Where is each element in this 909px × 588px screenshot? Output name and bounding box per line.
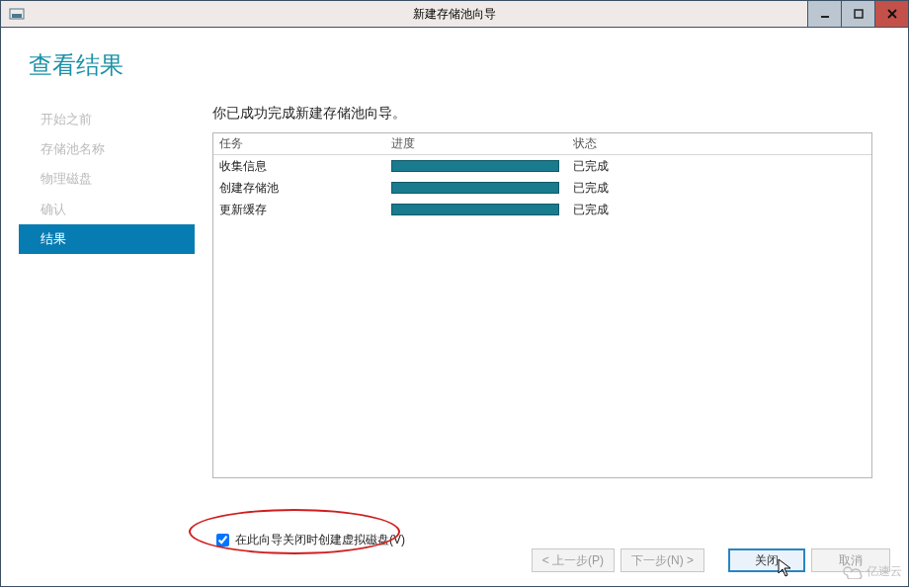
sidebar-item-result[interactable]: 结果	[19, 224, 195, 254]
app-icon	[9, 6, 25, 22]
col-header-status[interactable]: 状态	[569, 135, 871, 152]
completion-message: 你已成功完成新建存储池向导。	[212, 105, 872, 123]
sidebar-item-start: 开始之前	[19, 105, 195, 134]
sidebar-item-physdisk: 物理磁盘	[19, 164, 195, 194]
svg-rect-3	[855, 10, 863, 18]
create-vdisk-checkbox-row[interactable]: 在此向导关闭时创建虚拟磁盘(V)	[216, 532, 405, 548]
maximize-button[interactable]	[841, 1, 874, 27]
page-title: 查看结果	[29, 49, 890, 81]
table-header: 任务 进度 状态	[213, 133, 871, 155]
progress-cell	[391, 204, 569, 215]
status-cell: 已完成	[569, 180, 871, 197]
progress-bar	[391, 160, 559, 172]
table-row: 收集信息 已完成	[213, 155, 871, 177]
close-button[interactable]: 关闭	[728, 548, 805, 572]
footer-buttons: < 上一步(P) 下一步(N) > 关闭 取消	[532, 548, 890, 572]
dialog-body: 查看结果 开始之前 存储池名称 物理磁盘 确认 结果 你已成功完成新建存储池向导…	[0, 28, 909, 587]
col-header-task[interactable]: 任务	[213, 135, 391, 152]
progress-bar	[391, 182, 559, 194]
progress-cell	[391, 160, 569, 172]
table-row: 更新缓存 已完成	[213, 199, 871, 220]
task-cell: 创建存储池	[213, 180, 391, 197]
progress-cell	[391, 182, 569, 194]
titlebar: 新建存储池向导	[0, 0, 909, 28]
cancel-button: 取消	[811, 548, 890, 572]
create-vdisk-checkbox[interactable]	[216, 534, 229, 546]
progress-bar	[391, 204, 559, 215]
window-title: 新建存储池向导	[413, 6, 496, 23]
svg-rect-1	[12, 14, 22, 18]
window-close-button[interactable]	[874, 1, 908, 27]
task-cell: 更新缓存	[213, 202, 391, 218]
status-cell: 已完成	[569, 158, 871, 175]
prev-button: < 上一步(P)	[532, 548, 615, 572]
next-button: 下一步(N) >	[620, 548, 704, 572]
window-controls	[807, 1, 908, 27]
table-row: 创建存储池 已完成	[213, 177, 871, 199]
wizard-sidebar: 开始之前 存储池名称 物理磁盘 确认 结果	[19, 105, 195, 478]
status-cell: 已完成	[569, 202, 871, 218]
minimize-button[interactable]	[807, 1, 841, 27]
result-table: 任务 进度 状态 收集信息 已完成 创建存储池 已完成 更新缓存	[212, 132, 872, 478]
col-header-progress[interactable]: 进度	[391, 135, 569, 152]
sidebar-item-confirm: 确认	[19, 195, 195, 224]
main-panel: 你已成功完成新建存储池向导。 任务 进度 状态 收集信息 已完成 创建存储池 已…	[195, 105, 890, 478]
task-cell: 收集信息	[213, 158, 391, 175]
create-vdisk-label: 在此向导关闭时创建虚拟磁盘(V)	[235, 532, 405, 548]
sidebar-item-poolname: 存储池名称	[19, 134, 195, 164]
